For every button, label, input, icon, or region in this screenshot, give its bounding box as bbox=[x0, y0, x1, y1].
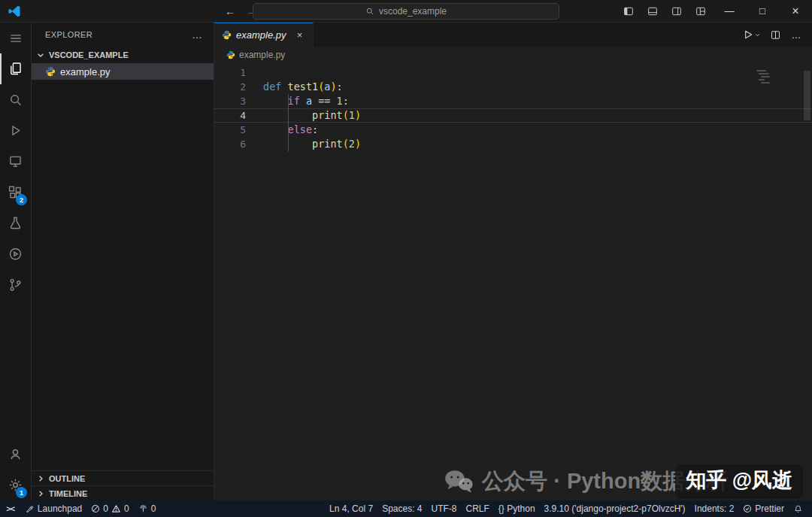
activity-source-control[interactable] bbox=[0, 269, 31, 300]
file-item-example-py[interactable]: example.py bbox=[32, 63, 214, 80]
close-button[interactable]: × bbox=[779, 0, 812, 23]
line-number: 2 bbox=[214, 80, 246, 94]
code-editor[interactable]: 12def test1(a):3 if a == 1:4 print(1)5 e… bbox=[214, 63, 812, 500]
broadcast-icon bbox=[138, 504, 148, 514]
explorer-sidebar: EXPLORER … VSCODE_EXAMPLE example.py OUT… bbox=[32, 23, 214, 500]
encoding-setting[interactable]: UTF-8 bbox=[427, 500, 462, 517]
chevron-right-icon bbox=[35, 473, 47, 485]
breadcrumb: example.py bbox=[214, 47, 812, 63]
formatter-label: Prettier bbox=[755, 503, 784, 514]
ports-count: 0 bbox=[151, 503, 156, 514]
code-line[interactable]: 3 if a == 1: bbox=[214, 94, 812, 108]
titlebar-controls: — □ × bbox=[617, 0, 812, 23]
error-icon bbox=[91, 504, 100, 513]
menu-button[interactable] bbox=[0, 23, 31, 53]
line-number: 5 bbox=[214, 123, 246, 137]
code-line[interactable]: 6 print(2) bbox=[214, 137, 812, 151]
language-mode[interactable]: {} Python bbox=[494, 500, 540, 517]
command-center-search[interactable]: vscode_example bbox=[253, 3, 559, 20]
notifications-bell[interactable] bbox=[789, 500, 807, 517]
tab-example-py[interactable]: example.py × bbox=[214, 23, 314, 47]
tab-close-icon[interactable]: × bbox=[293, 29, 305, 41]
testing-flask-icon bbox=[8, 215, 23, 231]
breadcrumb-file[interactable]: example.py bbox=[239, 50, 285, 60]
python-file-icon bbox=[45, 66, 56, 77]
account-button[interactable] bbox=[0, 439, 31, 470]
activity-explorer[interactable] bbox=[0, 53, 31, 84]
launchpad-label: Launchpad bbox=[38, 503, 82, 514]
python-file-icon bbox=[222, 30, 232, 40]
activity-extensions[interactable]: 2 bbox=[0, 177, 31, 208]
workspace-folder-label: VSCODE_EXAMPLE bbox=[49, 50, 129, 59]
toggle-sidebar-icon[interactable] bbox=[617, 0, 641, 23]
activity-remote-explorer[interactable] bbox=[0, 146, 31, 177]
explorer-empty-area bbox=[32, 80, 214, 470]
back-arrow-icon[interactable]: ← bbox=[220, 2, 240, 20]
activity-run-debug[interactable] bbox=[0, 115, 31, 146]
explorer-more-actions[interactable]: … bbox=[192, 29, 203, 41]
sidebar-header: EXPLORER … bbox=[32, 23, 214, 47]
python-file-icon bbox=[226, 50, 235, 59]
run-debug-icon bbox=[8, 123, 23, 138]
formatter-status[interactable]: Prettier bbox=[738, 500, 789, 517]
editor-more-actions-button[interactable]: … bbox=[786, 25, 806, 44]
activity-circle-play[interactable] bbox=[0, 239, 31, 269]
eol-setting[interactable]: CRLF bbox=[462, 500, 494, 517]
warning-icon bbox=[111, 504, 121, 513]
vertical-scrollbar[interactable] bbox=[804, 71, 810, 120]
hamburger-menu-icon bbox=[8, 31, 23, 46]
remote-indicator[interactable]: >< bbox=[0, 500, 20, 517]
cursor-position[interactable]: Ln 4, Col 7 bbox=[325, 500, 377, 517]
customize-layout-icon[interactable] bbox=[689, 0, 713, 23]
maximize-button[interactable]: □ bbox=[746, 0, 779, 23]
timeline-section-header[interactable]: TIMELINE bbox=[32, 485, 214, 500]
minimize-button[interactable]: — bbox=[713, 0, 746, 23]
minimap[interactable] bbox=[756, 67, 776, 85]
activitybar-spacer bbox=[0, 300, 31, 439]
code-line[interactable]: 5 else: bbox=[214, 123, 812, 137]
run-dropdown-chevron-icon bbox=[754, 32, 761, 38]
line-number: 1 bbox=[214, 65, 246, 80]
code-line[interactable]: 1 bbox=[214, 65, 812, 80]
toggle-secondary-sidebar-icon[interactable] bbox=[665, 0, 689, 23]
status-bar: >< Launchpad 0 0 0 Ln 4, Col 7 Spaces: 4… bbox=[0, 500, 812, 517]
explorer-files-icon bbox=[8, 61, 23, 77]
vscode-window: ← → vscode_example — □ × bbox=[0, 0, 812, 517]
editor-actions: … bbox=[738, 23, 812, 47]
indentation-setting[interactable]: Spaces: 4 bbox=[377, 500, 426, 517]
extensions-badge: 2 bbox=[16, 194, 27, 205]
workspace-folder-row[interactable]: VSCODE_EXAMPLE bbox=[32, 47, 214, 63]
sidebar-title: EXPLORER bbox=[45, 30, 92, 39]
activity-testing[interactable] bbox=[0, 208, 31, 239]
toggle-panel-icon[interactable] bbox=[641, 0, 665, 23]
code-line[interactable]: 2def test1(a): bbox=[214, 80, 812, 94]
rocket-icon bbox=[25, 504, 35, 514]
bell-icon bbox=[793, 504, 803, 514]
outline-section-header[interactable]: OUTLINE bbox=[32, 470, 214, 485]
line-number: 4 bbox=[214, 108, 246, 123]
error-count: 0 bbox=[103, 503, 108, 514]
indents-setting[interactable]: Indents: 2 bbox=[690, 500, 739, 517]
activity-bar: 2 1 bbox=[0, 23, 32, 500]
python-interpreter[interactable]: 3.9.10 ('django-project2-p7OlvzcH') bbox=[540, 500, 690, 517]
problems-indicator[interactable]: 0 0 bbox=[86, 500, 133, 517]
editor-group: example.py × … bbox=[214, 23, 812, 500]
run-python-file-button[interactable] bbox=[738, 25, 764, 44]
code-line[interactable]: 4 print(1) bbox=[214, 108, 812, 123]
watermark: 公众号 · Python数据分析 知乎 @风逝 bbox=[443, 464, 803, 499]
search-icon bbox=[8, 92, 23, 108]
ports-indicator[interactable]: 0 bbox=[134, 500, 161, 517]
timeline-section-label: TIMELINE bbox=[49, 489, 87, 498]
split-editor-button[interactable] bbox=[765, 25, 785, 44]
line-number: 6 bbox=[214, 137, 246, 151]
vscode-logo bbox=[0, 5, 29, 18]
activity-search[interactable] bbox=[0, 84, 31, 115]
source-control-branch-icon bbox=[8, 277, 23, 293]
settings-button[interactable]: 1 bbox=[0, 470, 31, 500]
chevron-right-icon bbox=[35, 488, 47, 500]
outline-section-label: OUTLINE bbox=[49, 474, 85, 483]
settings-badge: 1 bbox=[16, 487, 27, 498]
code-lines: 12def test1(a):3 if a == 1:4 print(1)5 e… bbox=[214, 65, 812, 151]
chevron-down-icon bbox=[35, 49, 47, 61]
launchpad-button[interactable]: Launchpad bbox=[20, 500, 86, 517]
